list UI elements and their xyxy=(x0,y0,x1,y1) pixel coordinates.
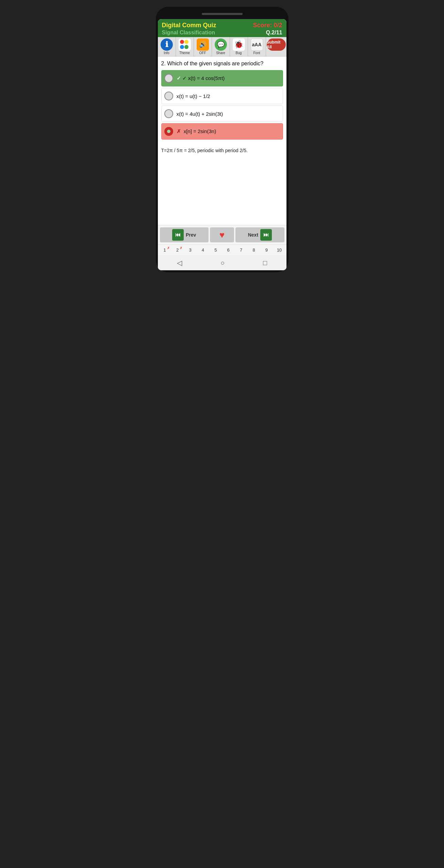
phone-frame: Digital Comm Quiz Score: 0/2 Signal Clas… xyxy=(156,7,289,272)
toolbar-theme[interactable]: Theme xyxy=(176,37,194,56)
prev-label: Prev xyxy=(186,232,196,238)
explanation: T=2π / 5π = 2/5, periodic with period 2/… xyxy=(158,144,286,157)
toolbar-font[interactable]: aAA Font xyxy=(248,37,266,56)
submit-icon: Submit All xyxy=(267,38,286,51)
font-icon: aAA xyxy=(251,38,263,51)
toolbar-sound[interactable]: 🔊 OFF xyxy=(194,37,212,56)
score-display: Score: 0/2 xyxy=(253,22,282,29)
content-spacer xyxy=(158,157,286,225)
next-label: Next xyxy=(248,232,258,238)
share-icon: 💬 xyxy=(215,38,227,51)
q-nav-3[interactable]: 3 xyxy=(184,246,196,254)
option-3-label: x(t) = 4u(t) + 2sin(3t) xyxy=(177,111,223,117)
theme-label: Theme xyxy=(179,51,190,55)
share-label: Share xyxy=(216,51,225,55)
option-3[interactable]: x(t) = 4u(t) + 2sin(3t) xyxy=(161,106,283,122)
subject-title: Signal Classification xyxy=(162,30,215,36)
app-header: Digital Comm Quiz Score: 0/2 Signal Clas… xyxy=(158,19,286,37)
sound-label: OFF xyxy=(199,51,206,55)
option-1-label: ✓ x(t) = 4 cos(5πt) xyxy=(177,75,225,81)
q-nav-6[interactable]: 6 xyxy=(222,246,235,254)
bug-label: Bug xyxy=(236,51,242,55)
radio-1 xyxy=(164,74,173,83)
toolbar-bug[interactable]: 🐞 Bug xyxy=(230,37,248,56)
app-container: Digital Comm Quiz Score: 0/2 Signal Clas… xyxy=(158,19,286,270)
question-area: 2. Which of the given signals are period… xyxy=(158,57,286,144)
question-number: Q.2/11 xyxy=(266,30,282,36)
q-nav-8[interactable]: 8 xyxy=(247,246,260,254)
question-number-inline: 2 xyxy=(161,61,164,66)
sound-icon: 🔊 xyxy=(197,38,209,51)
q-nav-10[interactable]: 10 xyxy=(273,246,285,254)
option-2-label: x(t) = u(t) − 1/2 xyxy=(177,93,210,99)
option-2[interactable]: x(t) = u(t) − 1/2 xyxy=(161,88,283,104)
question-nav: 1✗ 2✗ 3 4 5 6 7 8 9 10 xyxy=(158,244,286,255)
toolbar: ℹ Info Theme 🔊 OFF 💬 xyxy=(158,37,286,57)
toolbar-info[interactable]: ℹ Info xyxy=(158,37,176,56)
notch-bar xyxy=(202,13,243,15)
system-nav: ◁ ○ □ xyxy=(158,255,286,270)
next-button[interactable]: Next ⏭ xyxy=(235,227,284,242)
prev-button[interactable]: ⏮ Prev xyxy=(160,227,209,242)
radio-3 xyxy=(164,109,173,118)
bug-icon: 🐞 xyxy=(233,38,245,51)
toolbar-share[interactable]: 💬 Share xyxy=(212,37,230,56)
option-4-label: ✗ x[n] = 2sin(3n) xyxy=(177,128,216,134)
back-button[interactable]: ◁ xyxy=(177,259,182,267)
font-label: Font xyxy=(253,51,260,55)
option-4[interactable]: ✗ x[n] = 2sin(3n) xyxy=(161,123,283,140)
q-nav-2[interactable]: 2✗ xyxy=(171,246,184,254)
home-button[interactable]: ○ xyxy=(220,259,225,267)
option-1[interactable]: ✓ x(t) = 4 cos(5πt) xyxy=(161,70,283,86)
toolbar-submit[interactable]: Submit All xyxy=(266,37,286,56)
theme-icon xyxy=(179,38,191,51)
info-label: Info xyxy=(164,51,169,55)
app-title: Digital Comm Quiz xyxy=(162,22,216,29)
heart-icon: ♥ xyxy=(219,230,225,240)
q-nav-5[interactable]: 5 xyxy=(209,246,222,254)
q-nav-4[interactable]: 4 xyxy=(197,246,209,254)
prev-icon: ⏮ xyxy=(172,229,184,241)
nav-bar: ⏮ Prev ♥ Next ⏭ xyxy=(158,225,286,244)
radio-4 xyxy=(164,127,173,136)
q-nav-9[interactable]: 9 xyxy=(260,246,273,254)
heart-button[interactable]: ♥ xyxy=(210,227,234,242)
info-icon: ℹ xyxy=(161,38,173,51)
radio-2 xyxy=(164,92,173,100)
next-icon: ⏭ xyxy=(260,229,272,241)
q-nav-1[interactable]: 1✗ xyxy=(159,246,171,254)
recent-button[interactable]: □ xyxy=(263,259,267,267)
question-body: Which of the given signals are periodic? xyxy=(167,61,263,66)
question-text: 2. Which of the given signals are period… xyxy=(161,61,283,67)
q-nav-7[interactable]: 7 xyxy=(235,246,247,254)
explanation-text: T=2π / 5π = 2/5, periodic with period 2/… xyxy=(161,148,248,153)
